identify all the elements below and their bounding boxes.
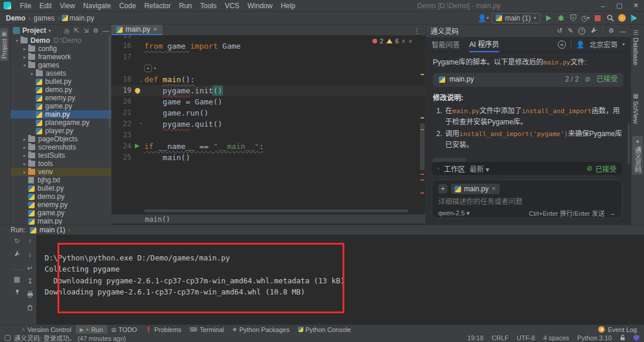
- wrench-icon[interactable]: [591, 27, 597, 35]
- locate-file-icon[interactable]: ◎: [64, 27, 70, 35]
- close-button[interactable]: ✕: [628, 0, 644, 11]
- tree-item-demo-py[interactable]: demo.py: [11, 86, 111, 94]
- lock-icon[interactable]: [620, 334, 625, 342]
- prev-problem-icon[interactable]: ∧: [402, 38, 406, 44]
- editor-scrollbar[interactable]: [420, 123, 425, 170]
- editor-tab-main-py[interactable]: main.py ✕: [111, 25, 162, 35]
- hide-panel-icon[interactable]: —: [619, 28, 626, 35]
- encoding-select[interactable]: UTF-8: [517, 334, 535, 341]
- history-icon[interactable]: ↺: [557, 27, 562, 35]
- expand-all-icon[interactable]: ⇱: [74, 27, 79, 35]
- tree-item-game-py[interactable]: game.py: [11, 102, 111, 110]
- print-icon[interactable]: [27, 291, 33, 299]
- rerun-icon[interactable]: ↻: [14, 237, 20, 245]
- tree-item-testsuits[interactable]: ▸testSuits: [11, 151, 111, 160]
- tool-terminal[interactable]: ⌨Terminal: [185, 325, 228, 334]
- tool-window-tongyi[interactable]: ✦ 通义灵码: [632, 136, 643, 175]
- tree-item-enemy-py-root[interactable]: enemy.py: [11, 201, 111, 209]
- tool-window-database[interactable]: ☰ Database: [632, 29, 639, 65]
- line-number[interactable]: 25: [111, 152, 131, 163]
- tree-item-bjhg-txt[interactable]: bjhg.txt: [11, 176, 111, 184]
- tree-item-demo-py-root[interactable]: demo.py: [11, 192, 111, 201]
- editor-options-icon[interactable]: ⋮: [413, 27, 425, 35]
- editor-context-bar[interactable]: main(): [111, 214, 425, 224]
- menu-refactor[interactable]: Refactor: [140, 2, 175, 10]
- menu-tools[interactable]: Tools: [196, 2, 221, 10]
- inspection-widget[interactable]: 2 6 ∧ ∨: [370, 37, 415, 45]
- breadcrumb-project[interactable]: Demo: [5, 14, 26, 22]
- indent-select[interactable]: 4 spaces: [543, 334, 569, 341]
- line-number[interactable]: 16: [111, 40, 131, 52]
- tree-item-bullet-py-root[interactable]: bullet.py: [11, 184, 111, 192]
- line-ending-select[interactable]: CRLF: [492, 334, 509, 341]
- menu-vcs[interactable]: VCS: [221, 2, 243, 10]
- line-number[interactable]: 15: [111, 35, 131, 40]
- run-with-coverage-button[interactable]: [569, 14, 577, 22]
- new-session-icon[interactable]: +: [558, 40, 566, 49]
- menu-run[interactable]: Run: [175, 2, 196, 10]
- tree-item-game-py-root[interactable]: game.py: [11, 209, 111, 217]
- tree-item-framework[interactable]: ▸framework: [11, 53, 111, 61]
- menu-view[interactable]: View: [56, 2, 79, 10]
- new-chat-icon[interactable]: ✎: [568, 27, 573, 35]
- menu-navigate[interactable]: Navigate: [79, 2, 115, 10]
- tool-window-project[interactable]: ▣ Project: [0, 28, 8, 61]
- tree-item-enemy-py[interactable]: enemy.py: [11, 94, 111, 102]
- user-name[interactable]: 北京宏哥: [589, 39, 618, 49]
- menu-help[interactable]: Help: [277, 2, 300, 10]
- modified-file-card[interactable]: main.py 2 / 2 ⊘ 已接受: [433, 73, 623, 87]
- tree-item-main-py-selected[interactable]: main.py: [11, 110, 111, 118]
- clear-all-icon[interactable]: [27, 304, 33, 313]
- workspace-latest[interactable]: 最新 ▾: [470, 164, 489, 174]
- gear-icon[interactable]: ⚙: [93, 27, 99, 35]
- tool-version-control[interactable]: ⑃Version Control: [18, 325, 76, 334]
- next-problem-icon[interactable]: ∨: [408, 38, 412, 44]
- stop-button[interactable]: [594, 14, 602, 22]
- collapse-all-icon[interactable]: ⇲: [83, 27, 89, 35]
- tree-item-player-py[interactable]: player.py: [11, 127, 111, 135]
- scroll-to-end-icon[interactable]: ↧: [27, 277, 33, 286]
- run-button[interactable]: [544, 14, 553, 22]
- update-notification-icon[interactable]: ↑: [618, 14, 626, 22]
- menu-file[interactable]: File: [16, 2, 35, 10]
- close-tab-icon[interactable]: ✕: [153, 26, 158, 32]
- tree-item-games[interactable]: ▾games: [11, 61, 111, 69]
- tool-python-packages[interactable]: ❖Python Packages: [228, 325, 294, 334]
- menu-edit[interactable]: Edit: [35, 2, 56, 10]
- tab-smart-qa[interactable]: 智能问答: [432, 37, 460, 52]
- run-tab-main[interactable]: main (1) ›: [30, 226, 70, 234]
- tree-item-demo-root[interactable]: ▾DemoD:\Demo: [11, 36, 111, 45]
- down-stack-icon[interactable]: ↓: [28, 250, 32, 259]
- breadcrumb-file[interactable]: main.py: [68, 14, 95, 22]
- wrench-icon[interactable]: [14, 250, 21, 259]
- soft-wrap-icon[interactable]: ↵: [27, 264, 33, 272]
- hide-panel-icon[interactable]: —: [103, 27, 109, 34]
- line-number[interactable]: 21: [111, 107, 131, 118]
- ai-prompt-input[interactable]: [438, 198, 616, 206]
- layout-toggle-icon[interactable]: [5, 335, 11, 341]
- pin-icon[interactable]: [14, 289, 21, 297]
- tool-problems[interactable]: ❗Problems: [141, 325, 186, 334]
- menu-code[interactable]: Code: [115, 2, 140, 10]
- model-select[interactable]: qwen-2.5 ▾: [438, 209, 470, 217]
- tree-item-tools[interactable]: ▸tools: [11, 160, 111, 168]
- line-number[interactable]: 23: [111, 130, 131, 141]
- run-console[interactable]: D:\Python\python.exe D:/Demo/games/main.…: [36, 235, 644, 324]
- add-context-button[interactable]: +: [438, 184, 448, 194]
- tongyi-toolbar-icon[interactable]: [630, 14, 638, 22]
- tongyi-status-icon[interactable]: [633, 335, 639, 341]
- menu-window[interactable]: Window: [243, 2, 277, 10]
- tree-item-planegame-py[interactable]: planegame.py: [11, 118, 111, 127]
- gear-icon[interactable]: ⚙: [608, 27, 614, 35]
- maximize-button[interactable]: ▢: [611, 0, 628, 11]
- intention-bulb-icon[interactable]: [135, 88, 140, 93]
- tree-item-assets[interactable]: ▸assets: [11, 69, 111, 77]
- code-editor[interactable]: 2 6 ∧ ∨ 15 16from game import Game 17 ✦▾…: [111, 35, 425, 214]
- tool-run[interactable]: ▶●Run: [76, 325, 107, 334]
- line-number[interactable]: 20: [111, 96, 131, 107]
- user-icon[interactable]: 👤▾: [479, 14, 487, 22]
- restore-layout-icon[interactable]: ▦: [13, 275, 20, 283]
- ai-panel-scrollbar[interactable]: [628, 123, 630, 164]
- line-number[interactable]: 19: [111, 85, 131, 96]
- error-stripe[interactable]: [419, 35, 425, 214]
